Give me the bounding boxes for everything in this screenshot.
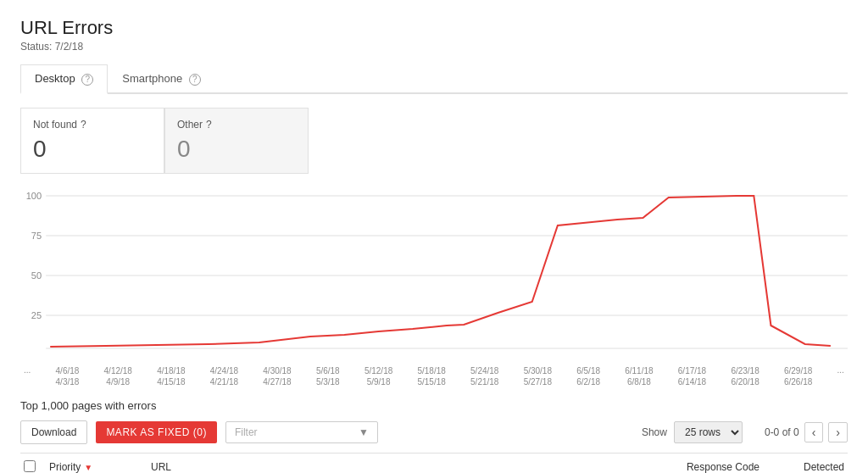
x-label-group: 4/24/184/21/18 [210,365,238,387]
x-label-group: 6/5/186/2/18 [576,365,600,387]
download-button[interactable]: Download [20,420,87,444]
x-label-group: 5/18/185/15/18 [417,365,445,387]
select-all-checkbox[interactable] [24,460,36,472]
priority-sort-icon: ▼ [84,463,92,472]
pagination: 0-0 of 0 ‹ › [765,422,848,442]
not-found-value: 0 [33,136,147,163]
page-title: URL Errors [20,17,848,39]
pagination-info: 0-0 of 0 [765,426,799,438]
filter-box[interactable]: Filter ▼ [225,421,378,443]
mark-as-fixed-button[interactable]: MARK AS FIXED (0) [96,421,217,443]
metric-other[interactable]: Other ? 0 [164,108,309,174]
rows-select[interactable]: 25 rows [674,421,743,443]
x-label-group: 6/23/186/20/18 [731,365,759,387]
x-label-group: 5/30/185/27/18 [524,365,552,387]
col-url: URL [151,461,641,473]
tab-desktop-label: Desktop [35,72,75,85]
prev-page-button[interactable]: ‹ [804,422,824,442]
x-label-group: 5/24/185/21/18 [470,365,498,387]
url-label: URL [151,461,171,473]
smartphone-help-icon[interactable]: ? [189,74,201,86]
metric-not-found[interactable]: Not found ? 0 [20,108,164,174]
filter-placeholder: Filter [235,426,258,438]
filter-icon: ▼ [359,426,369,438]
table-section-title: Top 1,000 pages with errors [20,399,848,412]
svg-text:75: 75 [31,231,42,241]
priority-label: Priority [49,461,81,473]
select-all-checkbox-container [24,460,49,473]
other-help-icon[interactable]: ? [206,119,212,131]
show-rows: Show 25 rows [642,421,743,443]
x-label-ellipsis-end: ... [837,365,844,387]
x-label-group: 5/6/185/3/18 [316,365,340,387]
x-label-group: 4/6/184/3/18 [56,365,80,387]
tab-smartphone-label: Smartphone [122,72,182,85]
desktop-help-icon[interactable]: ? [81,74,93,86]
other-value: 0 [177,136,291,163]
tab-desktop[interactable]: Desktop ? [20,64,108,94]
metrics-row: Not found ? 0 Other ? 0 [20,108,848,174]
x-axis-labels: ... 4/6/184/3/18 4/12/184/9/18 4/18/184/… [20,365,848,387]
not-found-help-icon[interactable]: ? [81,119,86,131]
svg-text:100: 100 [26,191,42,201]
col-response-code: Response Code [641,461,760,473]
response-code-label: Response Code [687,461,760,473]
toolbar: Download MARK AS FIXED (0) Filter ▼ Show… [20,420,848,444]
svg-text:25: 25 [31,310,42,320]
tab-smartphone[interactable]: Smartphone ? [108,64,214,94]
tabs-bar: Desktop ? Smartphone ? [20,64,848,94]
x-label-group: 6/17/186/14/18 [678,365,706,387]
chart-svg: 100 75 50 25 [20,187,848,357]
x-label-group: 5/12/185/9/18 [364,365,392,387]
x-label-group: 6/29/186/26/18 [784,365,812,387]
table-header: Priority ▼ URL Response Code Detected [20,453,848,473]
x-label-group: 4/12/184/9/18 [104,365,132,387]
chart-area: 100 75 50 25 [20,187,848,357]
x-label-group: 4/18/184/15/18 [157,365,185,387]
next-page-button[interactable]: › [828,422,848,442]
not-found-label: Not found ? [33,119,147,131]
col-priority[interactable]: Priority ▼ [49,461,151,473]
x-label-ellipsis-start: ... [24,365,31,387]
svg-text:50: 50 [31,270,42,281]
detected-label: Detected [804,461,844,473]
show-label: Show [642,426,667,438]
x-label-group: 6/11/186/8/18 [625,365,653,387]
col-detected: Detected [760,461,844,473]
x-label-group: 4/30/184/27/18 [263,365,291,387]
other-label: Other ? [177,119,291,131]
status-line: Status: 7/2/18 [20,41,848,53]
